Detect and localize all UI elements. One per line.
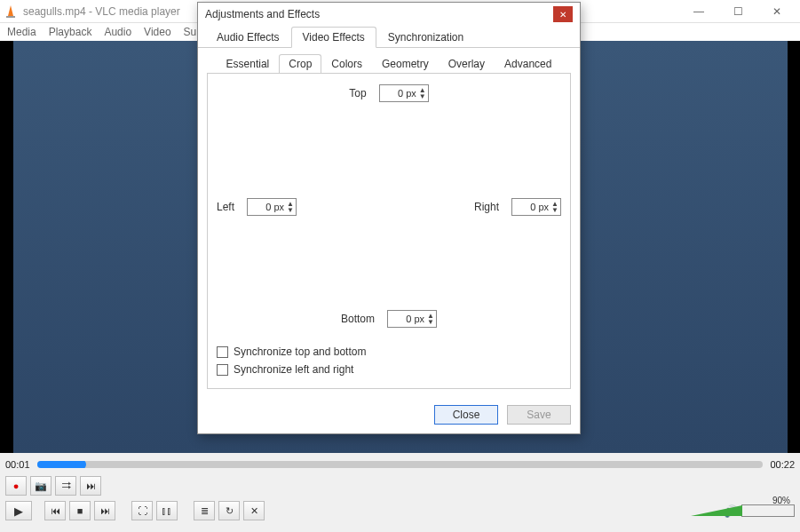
crop-top-spinbox[interactable]: 0 px ▲▼ [379,84,429,102]
record-button[interactable]: ● [5,476,27,496]
video-effects-subtabs: Essential Crop Colors Geometry Overlay A… [198,48,580,73]
loop-ab-button[interactable]: ⮆ [55,476,76,496]
crop-right-spinbox[interactable]: 0 px ▲▼ [511,198,561,216]
menu-playback[interactable]: Playback [49,26,92,38]
close-button[interactable]: Close [434,405,498,425]
shuffle-button[interactable]: ✕ [243,501,265,520]
toolbar-rec-row: ● 📷 ⮆ ⏭ [0,474,800,497]
menu-media[interactable]: Media [7,26,36,38]
crop-right-value: 0 px [516,202,551,212]
snapshot-button[interactable]: 📷 [30,476,51,496]
dialog-close-button[interactable]: ✕ [553,6,573,22]
sync-left-right-checkbox[interactable] [217,364,228,376]
subtab-advanced[interactable]: Advanced [495,54,561,74]
crop-left-label: Left [217,201,234,213]
sync-left-right-label: Synchronize left and right [234,363,353,376]
subtab-crop[interactable]: Crop [279,54,321,74]
window-close-button[interactable]: ✕ [766,5,788,18]
svg-marker-0 [8,5,13,16]
adjustments-effects-dialog: Adjustments and Effects ✕ Audio Effects … [197,2,581,434]
sync-top-bottom-row[interactable]: Synchronize top and bottom [217,345,561,358]
volume-control[interactable]: 🔊 90% [724,504,795,518]
sync-top-bottom-checkbox[interactable] [217,346,228,358]
fullscreen-button[interactable]: ⛶ [131,501,153,520]
save-button: Save [507,405,571,425]
subtab-geometry[interactable]: Geometry [372,54,439,74]
seek-bar[interactable] [37,461,764,468]
seek-row: 00:01 00:22 [0,457,800,472]
dialog-button-row: Close Save [198,398,580,433]
frame-step-button[interactable]: ⏭ [80,476,101,496]
menu-video[interactable]: Video [144,26,170,38]
play-button[interactable]: ▶ [5,501,32,520]
svg-rect-1 [6,16,15,18]
subtab-essential[interactable]: Essential [217,54,280,74]
seek-fill [37,461,81,468]
crop-panel: Top 0 px ▲▼ Left 0 px ▲▼ Right 0 px ▲▼ [207,73,571,389]
loop-button[interactable]: ↻ [218,501,240,520]
volume-fill [691,505,742,516]
spin-down-icon[interactable]: ▼ [427,319,434,325]
crop-right-label: Right [474,201,499,213]
crop-bottom-label: Bottom [341,313,375,325]
crop-left-value: 0 px [251,202,287,212]
window-maximize-button[interactable]: ☐ [727,5,749,18]
crop-bottom-spinbox[interactable]: 0 px ▲▼ [387,310,437,328]
prev-button[interactable]: ⏮ [44,501,66,520]
sync-left-right-row[interactable]: Synchronize left and right [217,363,561,376]
volume-percent: 90% [772,496,790,505]
spin-down-icon[interactable]: ▼ [419,93,426,99]
crop-bottom-value: 0 px [392,314,427,324]
dialog-tabs: Audio Effects Video Effects Synchronizat… [198,26,580,48]
crop-left-spinbox[interactable]: 0 px ▲▼ [247,198,297,216]
sync-top-bottom-label: Synchronize top and bottom [234,345,366,358]
subtab-colors[interactable]: Colors [321,54,372,74]
seek-thumb[interactable] [75,461,86,468]
time-current: 00:01 [5,459,30,470]
window-minimize-button[interactable]: — [688,5,709,18]
toolbar-main-row: ▶ ⏮ ■ ⏭ ⛶ ⫿⫿ ≣ ↻ ✕ 🔊 90% [0,499,800,522]
volume-slider[interactable]: 90% [741,504,795,517]
vlc-cone-icon [4,4,18,19]
menu-audio[interactable]: Audio [104,26,131,38]
spin-down-icon[interactable]: ▼ [287,207,294,213]
subtab-overlay[interactable]: Overlay [439,54,495,74]
dialog-title: Adjustments and Effects [205,8,553,20]
extended-settings-button[interactable]: ⫿⫿ [156,501,178,520]
time-total: 00:22 [770,459,795,470]
playlist-button[interactable]: ≣ [194,501,215,520]
crop-top-label: Top [349,87,366,99]
tab-video-effects[interactable]: Video Effects [291,27,376,48]
tab-audio-effects[interactable]: Audio Effects [205,27,291,48]
stop-button[interactable]: ■ [69,501,91,520]
crop-top-value: 0 px [384,88,419,99]
dialog-titlebar[interactable]: Adjustments and Effects ✕ [198,3,580,26]
spin-down-icon[interactable]: ▼ [551,207,558,213]
tab-synchronization[interactable]: Synchronization [376,27,475,48]
next-button[interactable]: ⏭ [94,501,115,520]
